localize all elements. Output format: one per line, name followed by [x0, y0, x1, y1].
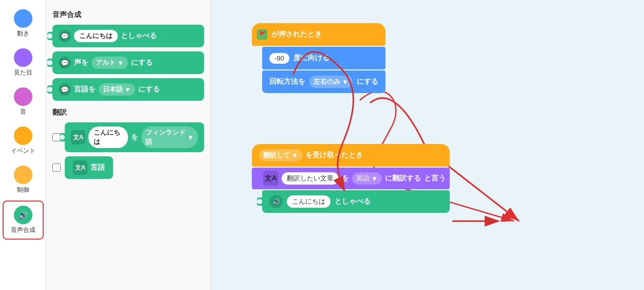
block-translate-wo: を: [131, 133, 138, 142]
canvas-rotation-pre: 回転方法を: [269, 77, 305, 86]
sidebar-item-label-sound: 音: [20, 107, 26, 116]
block-lang-pre: 言語を: [74, 85, 96, 94]
section-tts-title: 音声合成: [52, 10, 204, 20]
canvas-translate-to: に翻訳する: [385, 174, 421, 183]
translate-icon: 文A: [71, 130, 85, 144]
sidebar-item-label-tts: 音声合成: [11, 226, 35, 234]
canvas-block-direction[interactable]: -90 度に向ける: [262, 47, 385, 69]
control-circle: [14, 166, 32, 184]
canvas-translate-lang-dropdown[interactable]: 英語 ▼: [352, 172, 382, 185]
sound-circle: [14, 87, 32, 106]
block-translate-lang-dropdown[interactable]: フィンランド語 ▼: [141, 126, 198, 148]
section-translate-title: 翻訳: [52, 108, 204, 117]
sidebar-item-events[interactable]: イベント: [3, 122, 44, 159]
block-lang-dropdown[interactable]: 日本語 ▼: [99, 83, 135, 96]
block-speak-label: としゃべる: [121, 31, 157, 41]
palette-block-language[interactable]: 💬 言語を 日本語 ▼ にする: [52, 78, 204, 101]
block-voice-pre: 声を: [74, 58, 88, 67]
canvas-speak-text: こんにちは: [287, 195, 330, 208]
canvas-direction-text: 度に向ける: [293, 53, 329, 63]
block-language2-label: 言語: [90, 163, 105, 172]
canvas-speaker-icon: 🔊: [269, 195, 283, 208]
language-checkbox[interactable]: [52, 164, 61, 172]
palette-block-voice[interactable]: 💬 声を アルト ▼ にする: [52, 51, 204, 74]
canvas-block-speak2[interactable]: 🔊 こんにちは としゃべる: [262, 190, 450, 213]
canvas-block-rotation[interactable]: 回転方法を 左右のみ ▼ にする: [262, 70, 385, 93]
blocks-palette: 音声合成 💬 こんにちは としゃべる 💬 声を アルト ▼ にする 💬 言語を …: [46, 0, 211, 290]
sidebar-item-tts[interactable]: 🔊 音声合成: [3, 201, 44, 240]
canvas-translate-event-text: を受け取ったとき: [305, 151, 363, 160]
flag-icon: 🚩: [257, 29, 267, 40]
events-circle: [14, 126, 32, 145]
sidebar-item-label-control: 制御: [17, 186, 29, 194]
motion-circle: [14, 9, 32, 28]
palette-block-speak[interactable]: 💬 こんにちは としゃべる: [52, 25, 204, 47]
sidebar-item-label-motion: 動き: [17, 29, 29, 38]
sidebar-item-control[interactable]: 制御: [3, 161, 44, 198]
block-speak-text: こんにちは: [74, 30, 118, 42]
canvas-block-translate-event[interactable]: 翻訳して ▼ を受け取ったとき: [252, 144, 450, 167]
palette-block-translate[interactable]: 文A こんにちは を フィンランド語 ▼: [65, 122, 204, 152]
script-group-1: 🚩 が押されたとき -90 度に向ける 回転方法を 左右のみ ▼ にする: [252, 23, 385, 93]
palette-block-language2[interactable]: 文A 言語: [65, 156, 113, 179]
speaker-icon-3: 💬: [59, 83, 71, 96]
canvas-speak-label: としゃべる: [335, 197, 371, 206]
canvas-rotation-post: にする: [357, 77, 378, 86]
palette-block-translate-row: 文A こんにちは を フィンランド語 ▼: [52, 122, 204, 152]
sidebar: 動き 見た目 音 イベント 制御 🔊 音声合成: [0, 0, 46, 290]
block-voice-post: にする: [131, 58, 153, 67]
canvas-block-flag-text: が押されたとき: [271, 30, 322, 39]
speaker-icon-2: 💬: [59, 57, 71, 69]
block-lang-post: にする: [138, 85, 160, 94]
translate-icon-2: 文A: [73, 160, 87, 175]
canvas-block-translate-do[interactable]: 文A 翻訳したい文章 を 英語 ▼ に翻訳する と言う: [252, 168, 450, 189]
looks-circle: [14, 48, 32, 67]
canvas-translate-wo: を: [342, 174, 349, 183]
block-notch-hole: [47, 33, 52, 39]
sidebar-item-label-looks: 見た目: [14, 68, 32, 77]
sidebar-item-sound[interactable]: 音: [3, 83, 44, 120]
block-voice-dropdown[interactable]: アルト ▼: [91, 57, 128, 69]
speaker-icon: 💬: [59, 30, 71, 42]
script-canvas: 🚩 が押されたとき -90 度に向ける 回転方法を 左右のみ ▼ にする 翻訳し…: [211, 0, 644, 290]
canvas-block-flag[interactable]: 🚩 が押されたとき: [252, 23, 385, 46]
tts-circle: 🔊: [14, 206, 32, 224]
canvas-translate-event-dropdown[interactable]: 翻訳して ▼: [259, 149, 302, 161]
palette-block-language2-row: 文A 言語: [52, 156, 204, 179]
script-group-2: 翻訳して ▼ を受け取ったとき 文A 翻訳したい文章 を 英語 ▼ に翻訳する …: [252, 144, 450, 213]
canvas-translate-input[interactable]: 翻訳したい文章: [282, 172, 339, 185]
canvas-direction-value[interactable]: -90: [269, 53, 289, 64]
canvas-translate-say: と言う: [424, 174, 446, 183]
section-divider: 翻訳: [52, 108, 204, 117]
sidebar-item-motion[interactable]: 動き: [3, 5, 44, 42]
sidebar-item-looks[interactable]: 見た目: [3, 44, 44, 81]
canvas-rotation-dropdown[interactable]: 左右のみ ▼: [309, 76, 353, 88]
block-translate-text: こんにちは: [88, 126, 128, 148]
canvas-translate-icon: 文A: [263, 171, 279, 186]
sidebar-item-label-events: イベント: [11, 147, 35, 155]
